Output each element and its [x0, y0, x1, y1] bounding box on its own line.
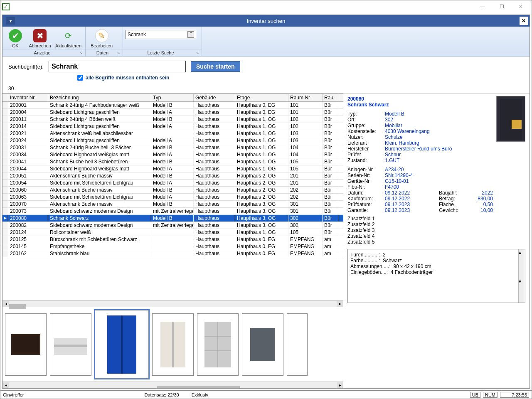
col-header-typ[interactable]: Typ	[151, 94, 194, 101]
thumb-item[interactable]	[50, 313, 91, 376]
search-button[interactable]: Suche starten	[191, 61, 240, 72]
svg-rect-12	[250, 328, 275, 361]
edit-button[interactable]: ✎ Bearbeiten	[88, 28, 115, 49]
svg-rect-3	[54, 345, 87, 347]
table-row[interactable]: ▸200080Schrank SchwarzModell BHaupthausH…	[2, 215, 343, 222]
detail-pane: 200080 Schrank Schwarz Typ:Modell BOrt:3…	[343, 94, 530, 388]
col-header-inventar[interactable]: Inventar Nr	[8, 94, 48, 101]
dialog-title: Inventar suchen	[247, 18, 286, 24]
table-row[interactable]: 200041Schrank Buche hell 3 SchiebetürenM…	[2, 158, 343, 165]
search-input[interactable]	[49, 61, 186, 72]
search-label: Suchbegriff(e):	[8, 64, 44, 70]
detail-image	[496, 96, 525, 142]
result-count: 30	[2, 84, 530, 93]
cancel-button[interactable]: ✖ Abbrechen	[27, 28, 52, 49]
detail-id: 200080	[347, 96, 468, 102]
table-row[interactable]: 200082Sideboard schwarz modernes Designm…	[2, 222, 343, 229]
grid-body[interactable]: 200001Schrank 2-türig 4 Fachbodenträger …	[2, 102, 343, 300]
table-row[interactable]: 200031Schrank 2-türig Buche hell, 3 Fäch…	[2, 144, 343, 151]
status-num: NUM	[483, 392, 498, 398]
col-header-bezeichnung[interactable]: Bezeichnung	[48, 94, 151, 101]
thumb-item-selected[interactable]	[95, 310, 149, 379]
thumb-item[interactable]	[197, 313, 239, 376]
table-row[interactable]: 200162Stahlschrank blauHaupthausHaupthau…	[2, 250, 343, 257]
last-search-combo[interactable]: Schrank˅	[126, 30, 196, 39]
maximize-button[interactable]: ☐	[493, 1, 511, 12]
detail-notes[interactable]: Türen...........: 2 Farbe...........: Sc…	[347, 249, 525, 303]
x-icon: ✖	[33, 29, 47, 42]
grid-hscroll[interactable]: ◂▸	[2, 300, 343, 307]
all-terms-checkbox[interactable]	[77, 75, 83, 81]
refresh-icon: ⟳	[62, 29, 75, 42]
header-menu-icon[interactable]: ▾	[6, 17, 15, 25]
thumbs-hscroll[interactable]: ◂▸	[2, 382, 343, 388]
table-row[interactable]: 200125Büroschrank mit Schiebetüren Schwa…	[2, 236, 343, 243]
dialog-header: ▾ Inventar suchen ✕	[2, 15, 530, 27]
status-left: Cinvtreffer	[3, 392, 24, 397]
grid-header: Inventar Nr Bezeichnung Typ Gebäude Etag…	[2, 94, 343, 102]
thumb-item[interactable]	[242, 313, 283, 376]
dialog-close-button[interactable]: ✕	[520, 17, 528, 25]
status-record: Datensatz: 22/30	[145, 392, 179, 397]
status-mode: Exklusiv	[192, 392, 208, 397]
table-row[interactable]: 200001Schrank 2-türig 4 Fachbodenträger …	[2, 102, 343, 109]
minimize-button[interactable]: —	[473, 1, 492, 12]
table-row[interactable]: 200051Aktenschrank Buche massivModell BH…	[2, 172, 343, 180]
col-header-raumnr[interactable]: Raum Nr	[288, 94, 323, 101]
table-row[interactable]: 200063Sideboard mit Schiebetüren Lichtgr…	[2, 194, 343, 201]
table-row[interactable]: 200145EmpfangsthekeHaupthausHaupthaus 0.…	[2, 243, 343, 250]
thumb-item[interactable]	[5, 313, 47, 376]
os-titlebar: ✓ — ☐ ✕	[0, 0, 532, 13]
checkmark-icon: ✔	[9, 29, 22, 42]
ok-button[interactable]: ✔ OK	[5, 28, 26, 49]
search-row: Suchbegriff(e): Suche starten	[2, 57, 530, 74]
status-ub: ÜB	[470, 392, 480, 398]
table-row[interactable]: 200070Aktenschrank Buche massivModell BH…	[2, 201, 343, 208]
table-row[interactable]: 200124Rollcontainer weißHaupthausHauptha…	[2, 229, 343, 236]
thumb-item[interactable]	[287, 313, 308, 376]
col-header-etage[interactable]: Etage	[235, 94, 288, 101]
all-terms-label: alle Begriffe müssen enthalten sein	[86, 75, 169, 81]
chevron-down-icon: ˅	[187, 31, 194, 38]
svg-rect-1	[12, 335, 39, 354]
table-row[interactable]: 200054Sideboard mit Schiebetüren Lichtgr…	[2, 180, 343, 187]
close-button[interactable]: ✕	[512, 1, 530, 12]
svg-rect-14	[512, 120, 522, 129]
detail-name: Schrank Schwarz	[347, 102, 468, 108]
thumb-item[interactable]	[152, 313, 194, 376]
svg-rect-13	[500, 99, 522, 140]
table-row[interactable]: 200024Sideboard Lichtgrau geschliffenMod…	[2, 137, 343, 144]
ribbon: ✔ OK ✖ Abbrechen ⟳ Aktualisieren Anzeige…	[2, 27, 530, 57]
table-row[interactable]: 200060Aktenschrank Buche massivModell BH…	[2, 187, 343, 194]
svg-rect-5	[121, 315, 123, 374]
table-row[interactable]: 200004Sideboard Lichtgrau geschliffenMod…	[2, 109, 343, 116]
col-header-raum[interactable]: Rau	[323, 94, 339, 101]
statusbar: Cinvtreffer Datensatz: 22/30 Exklusiv ÜB…	[0, 390, 532, 399]
table-row[interactable]: 200073Sideboard schwarz modernes Designm…	[2, 208, 343, 215]
col-header-gebaeude[interactable]: Gebäude	[194, 94, 235, 101]
table-row[interactable]: 200021Aktenschrank weiß hell abschliessb…	[2, 130, 343, 137]
table-row[interactable]: 200044Sideboard Highboard weißglas mattM…	[2, 165, 343, 172]
thumbnail-strip[interactable]	[2, 307, 343, 382]
table-row[interactable]: 200011Schrank 2-türig 4 Böden weißModell…	[2, 116, 343, 123]
refresh-button[interactable]: ⟳ Aktualisieren	[54, 28, 83, 49]
svg-rect-7	[172, 322, 174, 367]
pencil-icon: ✎	[95, 29, 108, 42]
table-row[interactable]: 200034Sideboard Highboard weißglas mattM…	[2, 151, 343, 158]
notes-scrollbar[interactable]: ▴▾	[518, 249, 525, 303]
table-row[interactable]: 200014Sideboard Lichtgrau geschliffenMod…	[2, 123, 343, 130]
app-icon: ✓	[2, 3, 10, 10]
status-time: 7:23:55	[500, 392, 529, 398]
